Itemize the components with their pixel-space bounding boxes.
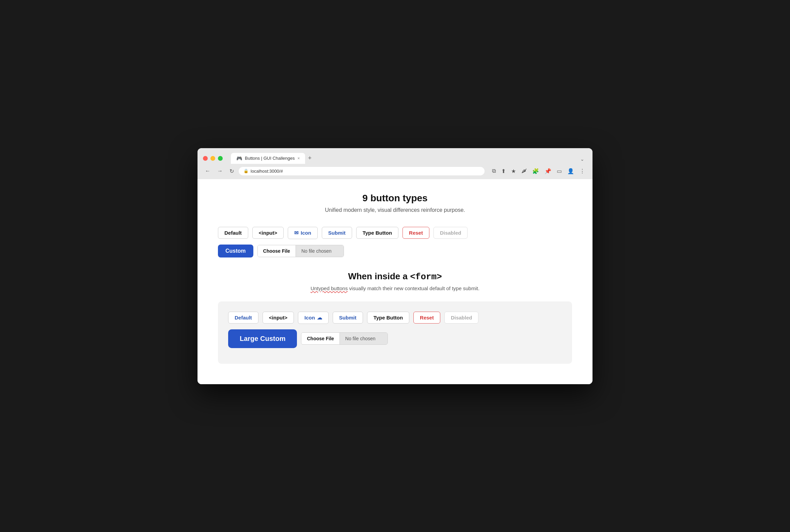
form-disabled-button: Disabled bbox=[444, 312, 479, 324]
profile-button[interactable]: 👤 bbox=[565, 167, 576, 176]
section1-button-row: Default <input> ✉ Icon Submit Type Butto… bbox=[218, 227, 572, 239]
section2-custom-row: Large Custom Choose File No file chosen bbox=[228, 329, 562, 348]
disabled-button: Disabled bbox=[433, 227, 468, 239]
section2-button-row: Default <input> Icon ☁ Submit Type Butto… bbox=[228, 312, 562, 324]
page-title: 9 button types bbox=[218, 193, 572, 204]
form-choose-file-button[interactable]: Choose File bbox=[301, 333, 339, 344]
close-traffic-light[interactable] bbox=[203, 156, 208, 161]
tab-close-button[interactable]: × bbox=[297, 156, 300, 161]
section2-subtitle-rest: visually match their new contextual defa… bbox=[348, 285, 479, 291]
browser-actions: ⧉ ⬆ ★ 🌶 🧩 📌 ▭ 👤 ⋮ bbox=[490, 167, 587, 176]
active-tab[interactable]: 🎮 Buttons | GUI Challenges × bbox=[231, 153, 305, 164]
tab-favicon: 🎮 bbox=[236, 156, 242, 161]
maximize-traffic-light[interactable] bbox=[218, 156, 223, 161]
default-button[interactable]: Default bbox=[218, 227, 248, 239]
no-file-chosen-label: No file chosen bbox=[296, 245, 344, 257]
choose-file-button[interactable]: Choose File bbox=[258, 245, 296, 257]
sidebar-button[interactable]: ▭ bbox=[555, 167, 564, 176]
back-button[interactable]: ← bbox=[203, 167, 212, 175]
forward-button[interactable]: → bbox=[215, 167, 225, 175]
share-button[interactable]: ⬆ bbox=[499, 167, 508, 176]
section2-divider: When inside a <form> Untyped buttons vis… bbox=[218, 271, 572, 291]
pin-button[interactable]: 📌 bbox=[542, 167, 553, 176]
section2-title-code: <form> bbox=[410, 272, 442, 282]
form-type-button[interactable]: Type Button bbox=[367, 312, 409, 324]
address-bar: ← → ↻ 🔒 localhost:3000/# ⧉ ⬆ ★ 🌶 🧩 📌 ▭ 👤… bbox=[198, 164, 592, 179]
new-tab-button[interactable]: + bbox=[305, 153, 314, 163]
traffic-lights bbox=[203, 156, 223, 161]
tabs-bar: 🎮 Buttons | GUI Challenges × + ⌄ bbox=[231, 153, 587, 164]
section2-title: When inside a <form> bbox=[218, 271, 572, 282]
form-file-input-wrapper: Choose File No file chosen bbox=[301, 332, 388, 345]
bookmark-button[interactable]: ★ bbox=[509, 167, 518, 176]
form-section-box: Default <input> Icon ☁ Submit Type Butto… bbox=[218, 301, 572, 364]
section2-title-text: When inside a bbox=[348, 271, 410, 281]
envelope-icon: ✉ bbox=[294, 230, 299, 236]
tab-title: Buttons | GUI Challenges bbox=[245, 156, 295, 161]
page-content: 9 button types Unified modern style, vis… bbox=[198, 179, 592, 384]
address-bar-input[interactable]: 🔒 localhost:3000/# bbox=[239, 167, 485, 175]
custom-button[interactable]: Custom bbox=[218, 245, 253, 257]
file-input-wrapper: Choose File No file chosen bbox=[257, 245, 344, 257]
more-button[interactable]: ⋮ bbox=[578, 167, 587, 176]
page-subtitle: Unified modern style, visual differences… bbox=[218, 207, 572, 213]
form-icon-button[interactable]: Icon ☁ bbox=[298, 312, 329, 324]
form-default-button[interactable]: Default bbox=[228, 312, 258, 324]
section2-subtitle-underline: Untyped buttons bbox=[311, 285, 348, 291]
form-icon-button-label: Icon bbox=[304, 315, 315, 320]
form-no-file-chosen-label: No file chosen bbox=[340, 333, 388, 344]
browser-chrome: 🎮 Buttons | GUI Challenges × + ⌄ ← → ↻ 🔒… bbox=[198, 148, 592, 179]
icon-button[interactable]: ✉ Icon bbox=[288, 227, 318, 239]
type-button-button[interactable]: Type Button bbox=[356, 227, 398, 239]
icon-button-label: Icon bbox=[301, 230, 311, 236]
minimize-traffic-light[interactable] bbox=[210, 156, 215, 161]
section1-custom-row: Custom Choose File No file chosen bbox=[218, 245, 572, 257]
extensions-puzzle-button[interactable]: 🧩 bbox=[530, 167, 541, 176]
section2-subtitle: Untyped buttons visually match their new… bbox=[218, 285, 572, 291]
title-bar: 🎮 Buttons | GUI Challenges × + ⌄ bbox=[198, 148, 592, 164]
extension-button[interactable]: 🌶 bbox=[519, 167, 529, 175]
browser-window: 🎮 Buttons | GUI Challenges × + ⌄ ← → ↻ 🔒… bbox=[198, 148, 592, 384]
reload-button[interactable]: ↻ bbox=[227, 167, 236, 176]
url-display: localhost:3000/# bbox=[251, 169, 283, 174]
form-submit-button[interactable]: Submit bbox=[333, 312, 363, 324]
cloud-icon: ☁ bbox=[317, 315, 322, 321]
input-button[interactable]: <input> bbox=[252, 227, 284, 239]
reset-button[interactable]: Reset bbox=[402, 227, 429, 239]
tab-expand-icon[interactable]: ⌄ bbox=[578, 155, 587, 163]
open-external-button[interactable]: ⧉ bbox=[490, 167, 498, 175]
submit-button[interactable]: Submit bbox=[322, 227, 352, 239]
large-custom-button[interactable]: Large Custom bbox=[228, 329, 297, 348]
lock-icon: 🔒 bbox=[243, 169, 249, 173]
form-reset-button[interactable]: Reset bbox=[413, 312, 440, 324]
form-input-button[interactable]: <input> bbox=[263, 312, 294, 324]
